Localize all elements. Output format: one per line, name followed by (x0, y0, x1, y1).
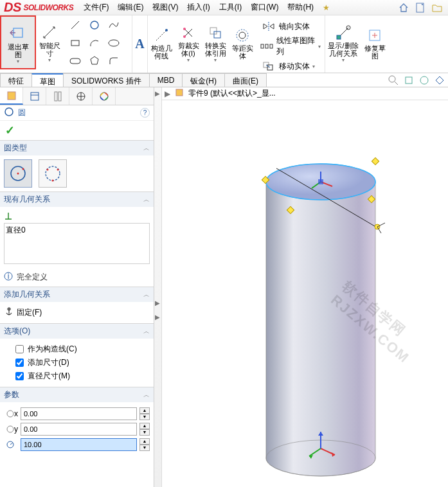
svg-point-42 (46, 166, 60, 181)
arc-tool-icon[interactable] (86, 35, 103, 51)
tab-plugins[interactable]: SOLIDWORKS 插件 (63, 73, 150, 87)
radius-input[interactable] (21, 438, 137, 451)
gutter-arrow-icon[interactable]: ▶ (155, 314, 160, 321)
svg-rect-4 (71, 40, 79, 46)
repair-sketch-button[interactable]: 修复草 图 (361, 15, 388, 69)
cy-icon: y (4, 425, 18, 434)
svg-point-3 (91, 21, 98, 29)
ellipse-tool-icon[interactable] (105, 35, 122, 51)
info-icon: i (4, 272, 13, 283)
help-icon[interactable]: ? (140, 108, 150, 118)
menu-insert[interactable]: 插入(I) (183, 1, 213, 14)
menu-window[interactable]: 窗口(W) (247, 1, 282, 14)
move-entities-button[interactable]: 移动实体▾ (260, 57, 321, 75)
cx-spin-up[interactable]: ▲ (139, 407, 150, 414)
section-parameters[interactable]: 参数︿ (0, 387, 154, 402)
section-existing-relations[interactable]: 现有几何关系︿ (0, 192, 154, 207)
construction-checkbox-row[interactable]: 作为构造线(C) (4, 342, 150, 356)
diameter-dimension-checkbox[interactable] (15, 372, 24, 380)
gutter-arrow-icon[interactable]: ▶ (155, 299, 160, 306)
dimxpert-tab[interactable] (69, 87, 93, 105)
show-relations-button[interactable]: 显示/删除 几何关系 ▾ (325, 15, 361, 69)
line-tool-icon[interactable] (67, 17, 84, 33)
svg-line-26 (395, 82, 398, 85)
view-cube-icon[interactable] (403, 75, 415, 86)
circle-feature-icon (4, 107, 14, 119)
gutter-arrow-icon[interactable]: ▶ (155, 90, 160, 97)
open-icon[interactable] (431, 2, 443, 13)
r-spin-down[interactable]: ▼ (139, 445, 150, 451)
smart-dimension-button[interactable]: 智能尺 寸 ▾ (36, 15, 63, 69)
add-dimension-checkbox[interactable] (15, 359, 24, 367)
svg-rect-30 (31, 93, 39, 100)
tab-sheetmetal[interactable]: 钣金(H) (182, 73, 225, 87)
menu-view[interactable]: 视图(V) (148, 1, 182, 14)
section-add-relations[interactable]: 添加几何关系︿ (0, 287, 154, 302)
diameter-dimension-checkbox-row[interactable]: 直径尺寸(M) (4, 369, 150, 383)
home-icon[interactable] (398, 2, 409, 13)
document-name[interactable]: 零件9 (默认<<默认>_显... (188, 88, 276, 99)
breadcrumb-arrow-icon[interactable]: ▶ (165, 89, 170, 98)
circle-tool-icon[interactable] (86, 17, 103, 33)
r-spin-up[interactable]: ▲ (139, 438, 150, 445)
add-dimension-checkbox-row[interactable]: 添加尺寸(D) (4, 356, 150, 369)
cy-spin-down[interactable]: ▼ (139, 429, 150, 436)
svg-point-44 (57, 169, 59, 171)
offset-entities-button[interactable]: 等距实 体 (229, 15, 256, 69)
configmanager-tab[interactable] (46, 87, 69, 105)
tab-sketch[interactable]: 草图 (31, 73, 64, 87)
linear-pattern-button[interactable]: 线性草图阵列▾ (260, 35, 321, 57)
svg-marker-7 (91, 57, 98, 64)
polygon-tool-icon[interactable] (86, 53, 103, 69)
section-options[interactable]: 选项(O)︿ (0, 324, 154, 339)
search-icon[interactable] (388, 75, 399, 86)
menu-help[interactable]: 帮助(H) (283, 1, 318, 14)
mirror-entities-button[interactable]: 镜向实体 (260, 17, 321, 35)
rect-tool-icon[interactable] (67, 35, 84, 51)
new-doc-icon[interactable] (415, 2, 426, 13)
menu-file[interactable]: 文件(F) (80, 1, 112, 14)
svg-point-14 (239, 32, 246, 39)
construction-geometry-button[interactable]: 构造几 何线 (148, 15, 175, 69)
svg-point-10 (183, 28, 186, 30)
renderingmanager-tab[interactable] (93, 87, 116, 105)
cx-input[interactable] (21, 407, 137, 420)
text-tool-icon[interactable]: A (135, 37, 144, 51)
perimeter-circle-type[interactable] (39, 159, 67, 188)
existing-relations-list[interactable]: 直径0 (4, 223, 150, 264)
cy-spin-up[interactable]: ▲ (139, 423, 150, 429)
spline-tool-icon[interactable] (105, 17, 122, 33)
3d-viewport[interactable] (162, 102, 445, 487)
svg-rect-17 (265, 44, 268, 48)
relation-item[interactable]: 直径0 (6, 225, 148, 236)
app-logo: DS SOLIDWORKS (3, 0, 78, 15)
convert-entities-button[interactable]: 转换实 体引用 ▾ (202, 15, 229, 69)
svg-line-2 (71, 21, 79, 29)
center-circle-type[interactable] (4, 159, 32, 188)
menu-edit[interactable]: 编辑(E) (114, 1, 147, 14)
cy-input[interactable] (21, 423, 137, 436)
svg-point-9 (165, 29, 168, 31)
menu-star[interactable]: ★ (319, 2, 334, 13)
appearance-icon[interactable] (434, 75, 445, 86)
construction-checkbox[interactable] (15, 345, 24, 353)
svg-point-15 (237, 30, 248, 41)
section-circle-type[interactable]: 圆类型︿ (0, 141, 154, 155)
menu-tools[interactable]: 工具(I) (215, 1, 246, 14)
propertymanager-tab[interactable] (23, 87, 46, 105)
tab-mbd[interactable]: MBD (149, 73, 183, 87)
slot-tool-icon[interactable] (67, 53, 84, 69)
svg-point-25 (389, 76, 395, 82)
fillet-tool-icon[interactable] (105, 53, 122, 69)
anchor-icon (4, 306, 14, 319)
ok-checkmark-button[interactable]: ✓ (5, 124, 15, 137)
tab-features[interactable]: 特征 (0, 73, 32, 87)
exit-sketch-button[interactable]: 退出草 图 ▾ (0, 15, 36, 69)
cx-spin-down[interactable]: ▼ (139, 414, 150, 420)
fix-relation-button[interactable]: 固定(F) (4, 306, 150, 319)
fully-defined-label: 完全定义 (17, 272, 48, 283)
tab-surface[interactable]: 曲面(E) (224, 73, 267, 87)
display-icon[interactable] (418, 75, 430, 86)
trim-entities-button[interactable]: 剪裁实 体(I) ▾ (175, 15, 202, 69)
featuremanager-tab[interactable] (0, 87, 23, 105)
